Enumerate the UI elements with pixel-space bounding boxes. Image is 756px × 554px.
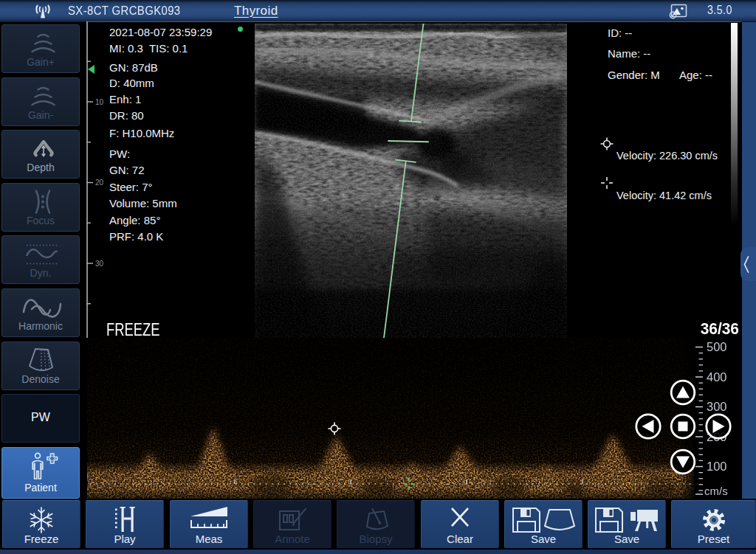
svg-text:cm/s: cm/s — [704, 485, 728, 497]
svg-text:20: 20 — [95, 179, 104, 187]
svg-text:500: 500 — [707, 340, 727, 353]
svg-text:10: 10 — [95, 98, 104, 106]
svg-text:30: 30 — [95, 260, 104, 268]
